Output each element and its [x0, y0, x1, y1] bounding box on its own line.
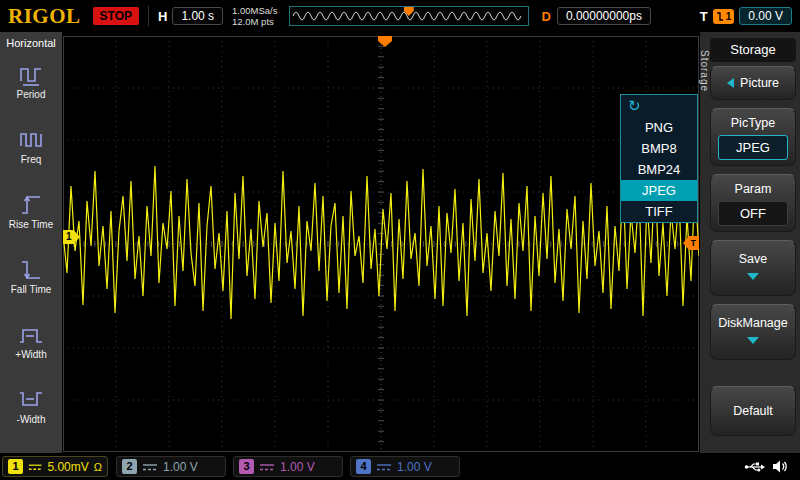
menu-button-diskmanage[interactable]: DiskManage [710, 304, 796, 360]
rotate-icon: ↻ [628, 96, 641, 116]
channel-3-tag: 3 [239, 459, 254, 474]
dc-coupling-icon [259, 462, 275, 472]
run-state-badge: STOP [93, 7, 139, 25]
waveform-preview-bar [289, 6, 529, 26]
trigger-source-badge: 1 [713, 9, 735, 24]
menu-button-pictype[interactable]: PicType JPEG [710, 108, 796, 166]
dc-coupling-icon [142, 462, 158, 472]
channel-3-scale: 1.00 V [280, 460, 315, 474]
bottom-channel-bar: 1 5.00mV Ω 2 1.00 V 3 1.00 V [0, 453, 800, 480]
dc-coupling-icon [28, 462, 42, 472]
param-value: OFF [718, 201, 788, 226]
divider [148, 6, 149, 26]
menu-button-picture[interactable]: Picture [710, 66, 796, 100]
channel-1-scale: 5.00mV [47, 460, 88, 474]
freq-icon [18, 128, 44, 152]
popup-item[interactable]: JPEG [621, 180, 697, 201]
speaker-icon [772, 459, 788, 474]
sidebar-item-freq[interactable]: Freq [0, 123, 62, 185]
channel-4-block[interactable]: 4 1.00 V [350, 456, 460, 477]
pictype-value: JPEG [718, 135, 788, 160]
chevron-down-icon [747, 337, 759, 344]
channel-4-tag: 4 [356, 459, 371, 474]
channel-2-scale: 1.00 V [163, 460, 198, 474]
horizontal-label: H [158, 9, 167, 24]
popup-item[interactable]: BMP8 [621, 138, 697, 159]
sidebar-item-period[interactable]: Period [0, 58, 62, 120]
menu-side-label: Storage [699, 50, 710, 92]
top-status-bar: RIGOL STOP H 1.00 s 1.00MSa/s 12.0M pts … [0, 0, 800, 32]
graticule-svg [63, 36, 699, 452]
popup-item[interactable]: PNG [621, 117, 697, 138]
channel-2-tag: 2 [122, 459, 137, 474]
acquisition-info: 1.00MSa/s 12.0M pts [232, 5, 277, 27]
delay-label: D [542, 9, 551, 24]
fall-time-icon [18, 258, 44, 282]
sidebar-title: Horizontal [0, 32, 62, 49]
sample-rate: 1.00MSa/s [232, 5, 277, 16]
graticule-area: 1 T [62, 32, 700, 453]
storage-menu-panel: Storage Storage Picture PicType JPEG Par… [700, 32, 800, 453]
sidebar-item-rise-time[interactable]: Rise Time [0, 188, 62, 250]
usb-icon [744, 461, 766, 473]
sidebar-item-pos-width[interactable]: +Width [0, 318, 62, 380]
popup-header: ↻ [621, 95, 697, 117]
dc-coupling-icon [376, 462, 392, 472]
left-measure-sidebar: Horizontal Period Freq Rise Time Fall Ti… [0, 32, 62, 453]
pos-width-icon [18, 323, 44, 347]
trigger-status-group: T 1 0.00 V [700, 7, 792, 25]
channel-1-block[interactable]: 1 5.00mV Ω [2, 456, 108, 477]
chevron-down-icon [747, 273, 759, 280]
chevron-left-icon [727, 78, 734, 88]
channel-1-tag: 1 [8, 459, 23, 474]
timebase-value: 1.00 s [172, 7, 223, 25]
channel-1-extra-icon: Ω [94, 461, 102, 473]
popup-item[interactable]: TIFF [621, 201, 697, 222]
trigger-level-value: 0.00 V [739, 7, 792, 25]
menu-title: Storage [710, 38, 796, 62]
memory-depth: 12.0M pts [232, 16, 277, 27]
trigger-source-number: 1 [726, 11, 732, 22]
pictype-popup: ↻ PNG BMP8 BMP24 JPEG TIFF [620, 94, 698, 223]
delay-value: 0.00000000ps [557, 7, 651, 25]
rigol-logo: RIGOL [8, 4, 81, 29]
popup-item[interactable]: BMP24 [621, 159, 697, 180]
menu-button-default[interactable]: Default [710, 386, 796, 436]
sidebar-item-neg-width[interactable]: -Width [0, 383, 62, 445]
channel-2-block[interactable]: 2 1.00 V [116, 456, 226, 477]
sidebar-item-fall-time[interactable]: Fall Time [0, 253, 62, 315]
oscilloscope-screen: RIGOL STOP H 1.00 s 1.00MSa/s 12.0M pts … [0, 0, 800, 480]
trigger-label: T [700, 9, 708, 24]
menu-button-param[interactable]: Param OFF [710, 174, 796, 232]
trigger-slope-icon [716, 11, 724, 22]
neg-width-icon [18, 388, 44, 412]
channel-4-scale: 1.00 V [397, 460, 432, 474]
period-icon [18, 63, 44, 87]
channel-3-block[interactable]: 3 1.00 V [233, 456, 343, 477]
rise-time-icon [18, 193, 44, 217]
menu-button-save[interactable]: Save [710, 240, 796, 296]
